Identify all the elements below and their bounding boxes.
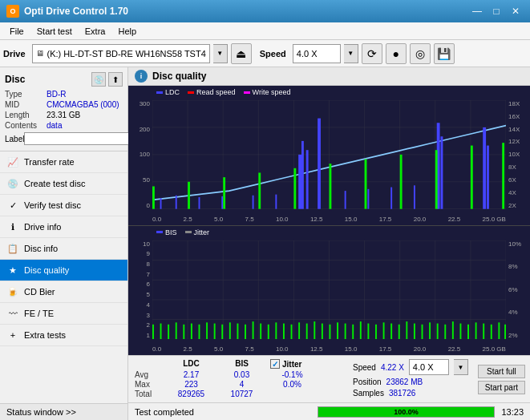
svg-rect-104 [475,322,477,339]
eject-button[interactable]: ⏏ [231,43,252,64]
drive-value: (K:) HL-DT-ST BD-RE WH16NS58 TST4 [47,49,206,59]
cd-bier-icon: 🍺 [6,285,19,298]
start-full-button[interactable]: Start full [478,365,525,378]
position-value: 23862 MB [386,378,423,386]
svg-rect-64 [168,324,169,338]
sidebar-item-label: Disc quality [24,265,69,275]
sidebar-item-create-test-disc[interactable]: 💿 Create test disc [0,173,127,195]
start-part-button[interactable]: Start part [478,381,525,394]
ldc-dot [156,91,163,94]
svg-rect-75 [253,321,254,339]
svg-rect-26 [199,197,200,209]
svg-rect-83 [314,321,315,339]
jitter-label: Jitter [282,360,301,369]
close-button[interactable]: ✕ [508,3,524,19]
stats-avg-row: Avg 2.17 0.03 -0.1% [135,370,342,379]
chart-bottom-x-axis: 0.0 2.5 5.0 7.5 10.0 12.5 15.0 17.5 20.0… [152,345,506,353]
svg-rect-107 [498,322,500,339]
sidebar-item-drive-info[interactable]: ℹ Drive info [0,216,127,238]
sidebar-item-fe-te[interactable]: 〰 FE / TE [0,303,127,325]
disc-quality-icon: ★ [6,264,19,277]
stats-bis-header: BIS [220,359,264,369]
speed-target-select[interactable]: 4.0 X [409,359,449,375]
sidebar-item-transfer-rate[interactable]: 📈 Transfer rate [0,151,127,173]
title-bar-left: O Opti Drive Control 1.70 [6,5,128,18]
svg-rect-82 [306,323,308,339]
speed-target-dropdown[interactable]: ▼ [454,359,468,375]
disc-quality-title: Disc quality [152,71,206,82]
disc-type-value: BD-R [47,90,66,99]
menu-bar: File Start test Extra Help [0,22,530,40]
svg-rect-42 [435,150,438,209]
chart-top-x-axis: 0.0 2.5 5.0 7.5 10.0 12.5 15.0 17.5 20.0… [152,216,506,223]
read-dot [188,91,194,94]
disc-label-input[interactable] [24,132,131,145]
legend-ldc-label: LDC [165,88,180,96]
drive-dropdown-button[interactable]: ▼ [213,44,228,63]
disc-icon-btn-2[interactable]: ⬆ [108,72,123,87]
chart-bottom-legend: BIS Jitter [156,228,209,236]
disc-icon-btn-1[interactable]: 💿 [91,72,106,87]
speed-dropdown-button[interactable]: ▼ [344,44,358,63]
disc-contents-row: Contents data [5,121,123,130]
speed-label: Speed [260,49,286,59]
svg-rect-95 [406,321,407,339]
disc-mid-value: CMCMAGBA5 (000) [47,100,119,109]
save-button[interactable]: 💾 [434,43,455,64]
menu-file[interactable]: File [3,25,30,38]
svg-rect-32 [390,188,392,209]
svg-rect-19 [318,119,321,209]
status-window-button[interactable]: Status window >> [0,404,127,420]
stats-total-ldc: 829265 [169,390,213,398]
svg-rect-17 [301,141,304,209]
sidebar-item-label: Drive info [24,222,61,232]
refresh-button[interactable]: ⟳ [362,43,382,64]
maximize-button[interactable]: □ [488,3,504,19]
stats-ldc-header: LDC [169,359,213,369]
disc-contents-label: Contents [5,121,47,130]
jitter-checkbox[interactable]: ✓ [270,359,280,369]
chart-bottom: BIS Jitter 10 9 8 7 6 5 4 3 [128,226,530,355]
svg-rect-76 [260,323,261,339]
svg-rect-30 [345,191,346,209]
sidebar-item-disc-quality[interactable]: ★ Disc quality [0,260,127,281]
sidebar-item-extra-tests[interactable]: + Extra tests [0,325,127,346]
stats-avg-bis: 0.03 [220,370,264,379]
disc-type-row: Type BD-R [5,90,123,99]
svg-rect-98 [429,322,431,339]
stats-max-bis: 4 [220,380,264,389]
svg-rect-16 [298,155,301,209]
legend-read-label: Read speed [196,88,236,96]
sidebar-item-disc-info[interactable]: 📋 Disc info [0,238,127,260]
sidebar-item-label: Disc info [24,244,58,253]
svg-rect-70 [214,323,216,339]
chart-bottom-y-left: 10 9 8 7 6 5 4 3 2 1 [128,240,152,339]
disc-label-row: Label ⚙ [5,131,123,146]
sidebar-item-cd-bier[interactable]: 🍺 CD Bier [0,281,127,303]
jitter-check[interactable]: ✓ Jitter [270,359,301,369]
menu-extra[interactable]: Extra [79,25,112,38]
target-button[interactable]: ◎ [410,43,431,64]
sidebar-item-verify-test-disc[interactable]: ✓ Verify test disc [0,195,127,216]
legend-write-label: Write speed [253,88,291,96]
svg-rect-38 [293,168,296,209]
fe-te-icon: 〰 [6,307,19,320]
record-button[interactable]: ● [386,43,407,64]
drive-select[interactable]: 🖥 (K:) HL-DT-ST BD-RE WH16NS58 TST4 [32,44,210,63]
chart-top-legend: LDC Read speed Write speed [156,88,290,96]
transfer-rate-icon: 📈 [6,155,19,168]
svg-rect-29 [275,195,277,209]
svg-rect-80 [291,324,293,338]
menu-help[interactable]: Help [111,25,143,38]
bis-dot [156,231,163,233]
svg-rect-31 [367,189,369,209]
stats-total-bis: 10727 [220,390,264,398]
samples-value: 381726 [389,389,415,398]
menu-start-test[interactable]: Start test [30,25,79,38]
stats-empty [135,359,163,369]
stats-area: LDC BIS ✓ Jitter Avg 2.17 0.03 -0.1% [128,355,530,402]
app-icon: O [6,5,19,18]
stats-max-label: Max [135,380,163,389]
speed-select[interactable]: 4.0 X [293,44,341,63]
minimize-button[interactable]: — [469,3,485,19]
